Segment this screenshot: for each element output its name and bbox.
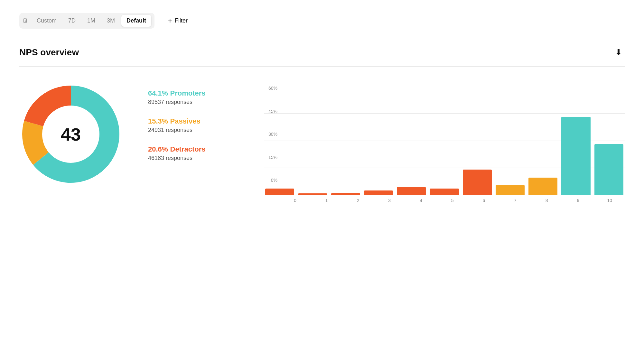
page-container: 🗓 Custom 7D 1M 3M Default + Filter NPS o… xyxy=(0,0,644,221)
bar-0 xyxy=(265,189,294,195)
x-label-2: 2 xyxy=(344,198,372,203)
passives-responses: 24931 responses xyxy=(148,127,238,134)
passives-stat: 15.3% Passives 24931 responses xyxy=(148,117,238,134)
date-filter-group: 🗓 Custom 7D 1M 3M Default xyxy=(19,13,154,29)
bar-5 xyxy=(430,189,459,195)
bar-2 xyxy=(331,193,360,195)
grid-line-0 xyxy=(264,195,625,195)
promoters-stat: 64.1% Promoters 89537 responses xyxy=(148,89,238,106)
x-label-10: 10 xyxy=(596,198,623,203)
bar-8 xyxy=(528,178,557,195)
download-button[interactable]: ⬇ xyxy=(612,45,625,60)
x-label-1: 1 xyxy=(313,198,341,203)
section-divider xyxy=(19,66,625,67)
section-header: NPS overview ⬇ xyxy=(19,45,625,60)
toolbar: 🗓 Custom 7D 1M 3M Default + Filter xyxy=(19,13,625,29)
plus-icon: + xyxy=(168,17,172,24)
filter-label: Filter xyxy=(175,17,188,24)
donut-center: 43 xyxy=(45,108,97,160)
custom-button[interactable]: Custom xyxy=(32,15,62,27)
x-label-4: 4 xyxy=(407,198,435,203)
promoters-responses: 89537 responses xyxy=(148,99,238,106)
passives-label: 15.3% Passives xyxy=(148,117,238,125)
detractors-responses: 46183 responses xyxy=(148,155,238,162)
calendar-icon: 🗓 xyxy=(23,17,28,24)
x-label-7: 7 xyxy=(501,198,529,203)
page-title: NPS overview xyxy=(19,47,79,58)
bar-7 xyxy=(496,185,525,195)
x-axis: 012345678910 xyxy=(280,198,625,203)
bars-grid-area xyxy=(264,86,625,195)
default-button[interactable]: Default xyxy=(121,15,151,27)
bar-9 xyxy=(561,117,590,195)
x-label-5: 5 xyxy=(439,198,466,203)
3m-button[interactable]: 3M xyxy=(102,15,120,27)
detractors-stat: 20.6% Detractors 46183 responses xyxy=(148,145,238,162)
7d-button[interactable]: 7D xyxy=(63,15,81,27)
bar-chart-container: 60% 45% 30% 15% 0% xyxy=(264,83,625,208)
x-label-9: 9 xyxy=(565,198,592,203)
promoters-label: 64.1% Promoters xyxy=(148,89,238,97)
bar-3 xyxy=(364,190,393,195)
bar-10 xyxy=(594,144,623,195)
chart-body: 60% 45% 30% 15% 0% xyxy=(264,86,625,195)
bar-4 xyxy=(397,187,426,195)
bar-6 xyxy=(463,170,492,195)
stats-container: 64.1% Promoters 89537 responses 15.3% Pa… xyxy=(148,83,238,162)
bars-area xyxy=(264,86,625,195)
donut-chart: 43 xyxy=(19,83,122,186)
x-label-6: 6 xyxy=(470,198,498,203)
bar-1 xyxy=(298,193,327,195)
chart-wrapper: 60% 45% 30% 15% 0% xyxy=(264,86,625,208)
nps-score: 43 xyxy=(61,124,81,145)
x-label-8: 8 xyxy=(533,198,561,203)
add-filter-button[interactable]: + Filter xyxy=(162,15,193,27)
main-content: 43 64.1% Promoters 89537 responses 15.3%… xyxy=(19,83,625,208)
1m-button[interactable]: 1M xyxy=(82,15,100,27)
detractors-label: 20.6% Detractors xyxy=(148,145,238,153)
x-label-0: 0 xyxy=(281,198,309,203)
download-icon: ⬇ xyxy=(615,47,622,57)
x-label-3: 3 xyxy=(376,198,403,203)
